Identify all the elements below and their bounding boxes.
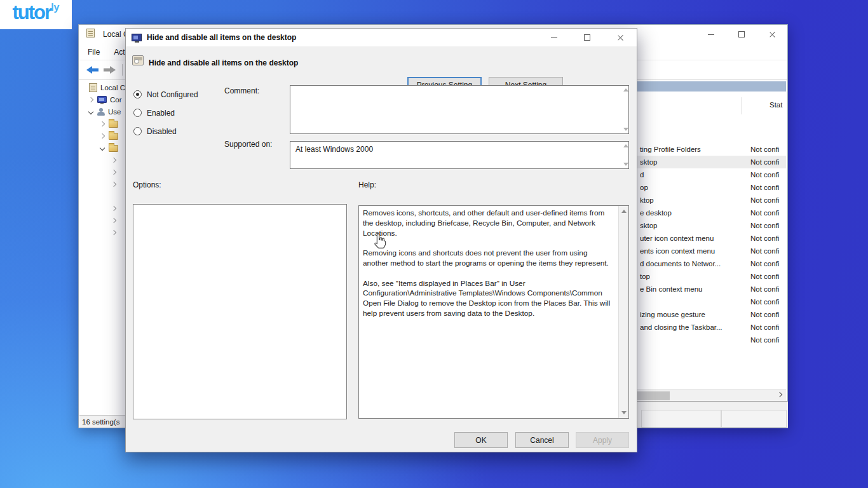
policy-setting-row[interactable]: e Bin context menu Not confi: [635, 283, 786, 295]
scroll-right-icon[interactable]: [777, 392, 782, 397]
scroll-up-icon[interactable]: [621, 210, 627, 213]
menu-action[interactable]: Act: [114, 48, 125, 57]
comment-input[interactable]: [290, 85, 629, 134]
policy-setting-row[interactable]: top Not confi: [635, 270, 786, 283]
tree-item-icon: [109, 145, 118, 152]
scroll-down-icon[interactable]: [623, 163, 628, 166]
scroll-up-icon[interactable]: [623, 144, 628, 147]
setting-status: Not confi: [750, 146, 779, 153]
help-panel: Removes icons, shortcuts, and other defa…: [358, 205, 629, 419]
close-icon: [617, 34, 624, 41]
policy-setting-row[interactable]: Not confi: [635, 295, 786, 308]
back-arrow-icon[interactable]: [86, 66, 98, 74]
tree-item-icon: [97, 108, 105, 116]
policy-setting-row[interactable]: ents icon context menu Not confi: [635, 245, 786, 257]
chevron-icon[interactable]: [111, 229, 116, 234]
chevron-icon[interactable]: [111, 157, 116, 162]
tree-item-icon: [97, 96, 107, 103]
setting-name: ting Profile Folders: [635, 146, 701, 153]
menu-file[interactable]: File: [88, 48, 100, 57]
setting-status: Not confi: [750, 311, 779, 318]
policy-setting-row[interactable]: d documents to Networ... Not confi: [635, 257, 786, 270]
dialog-title: Hide and disable all items on the deskto…: [147, 33, 296, 42]
setting-status: Not confi: [750, 298, 779, 306]
options-panel[interactable]: [133, 204, 347, 419]
tree-item-label: Use: [108, 108, 121, 116]
setting-name: e Bin context menu: [635, 285, 702, 293]
radio-option[interactable]: Disabled: [133, 122, 198, 140]
options-label: Options:: [133, 180, 161, 189]
cancel-button[interactable]: Cancel: [515, 432, 569, 448]
setting-status: Not confi: [750, 209, 779, 217]
policy-setting-row[interactable]: Not confi: [635, 334, 786, 346]
chevron-icon[interactable]: [111, 169, 116, 174]
policy-setting-name: Hide and disable all items on the deskto…: [149, 58, 298, 67]
view-tab[interactable]: [641, 410, 721, 428]
radio-button-icon[interactable]: [133, 109, 142, 117]
supported-on-value[interactable]: At least Windows 2000: [290, 141, 629, 169]
help-scrollbar[interactable]: [618, 206, 628, 418]
policy-setting-row[interactable]: e desktop Not confi: [635, 207, 786, 219]
setting-status: Not confi: [750, 273, 779, 280]
state-radio-group: Not Configured Enabled Disabled: [133, 85, 198, 140]
comment-label: Comment:: [224, 86, 259, 95]
setting-status: Not confi: [750, 260, 779, 268]
scrollbar-thumb[interactable]: [635, 391, 670, 400]
view-tab[interactable]: [721, 410, 787, 428]
policy-setting-row[interactable]: sktop Not confi: [635, 219, 786, 232]
dialog-maximize-button[interactable]: [571, 29, 604, 46]
gpe-close-button[interactable]: [757, 25, 787, 44]
setting-status: Not confi: [750, 171, 779, 179]
dialog-close-button[interactable]: [604, 29, 637, 46]
view-tabs-strip: [635, 401, 788, 428]
dialog-titlebar[interactable]: Hide and disable all items on the deskto…: [126, 29, 637, 46]
scroll-up-icon[interactable]: [623, 88, 628, 92]
setting-status: Not confi: [750, 158, 779, 166]
tree-item-icon: [109, 121, 118, 128]
horizontal-scrollbar[interactable]: [635, 389, 786, 402]
policy-setting-row[interactable]: d Not confi: [635, 168, 786, 181]
column-separator[interactable]: [742, 97, 742, 114]
radio-option[interactable]: Not Configured: [133, 85, 198, 104]
policy-setting-row[interactable]: uter icon context menu Not confi: [635, 232, 786, 245]
policy-setting-row[interactable]: ting Profile Folders Not confi: [635, 143, 786, 156]
setting-status: Not confi: [750, 184, 779, 191]
policy-setting-row[interactable]: izing mouse gesture Not confi: [635, 308, 786, 321]
policy-setting-dialog: Hide and disable all items on the deskto…: [125, 28, 637, 452]
chevron-icon[interactable]: [100, 121, 105, 126]
chevron-icon[interactable]: [88, 109, 93, 114]
chevron-icon[interactable]: [111, 181, 116, 186]
setting-name: d documents to Networ...: [635, 260, 721, 268]
chevron-icon[interactable]: [111, 217, 116, 222]
logo-brand-text: tutor: [13, 1, 51, 24]
gpe-maximize-button[interactable]: [726, 25, 757, 44]
chevron-icon[interactable]: [111, 205, 116, 210]
chevron-icon[interactable]: [100, 145, 105, 150]
settings-list: ting Profile Folders Not confi sktop Not…: [635, 143, 786, 346]
gpe-minimize-button[interactable]: [696, 25, 726, 44]
chevron-icon[interactable]: [100, 133, 105, 138]
gpe-app-icon: [86, 29, 98, 40]
radio-button-icon[interactable]: [133, 90, 142, 98]
policy-setting-row[interactable]: op Not confi: [635, 181, 786, 194]
logo-superscript: ly: [51, 2, 59, 13]
status-column-header[interactable]: Stat: [770, 101, 782, 109]
policy-setting-row[interactable]: and closing the Taskbar... Not confi: [635, 321, 786, 334]
radio-button-icon[interactable]: [133, 127, 142, 135]
scroll-down-icon[interactable]: [621, 411, 627, 414]
setting-status: Not confi: [750, 196, 779, 204]
dialog-minimize-button[interactable]: [538, 29, 571, 46]
ok-button[interactable]: OK: [454, 432, 508, 448]
tree-item-label: Local C: [100, 84, 125, 92]
setting-status: Not confi: [750, 285, 779, 293]
radio-option[interactable]: Enabled: [133, 104, 198, 122]
minimize-icon: [551, 37, 557, 38]
policy-setting-row[interactable]: sktop Not confi: [635, 156, 786, 168]
help-text: Removes icons, shortcuts, and other defa…: [359, 206, 618, 418]
settings-list-pane: Stat ting Profile Folders Not confi skto…: [635, 80, 787, 402]
scroll-down-icon[interactable]: [623, 128, 628, 131]
policy-setting-row[interactable]: ktop Not confi: [635, 194, 786, 207]
setting-status: Not confi: [750, 336, 779, 344]
forward-arrow-icon[interactable]: [104, 66, 116, 74]
chevron-icon[interactable]: [88, 97, 93, 102]
